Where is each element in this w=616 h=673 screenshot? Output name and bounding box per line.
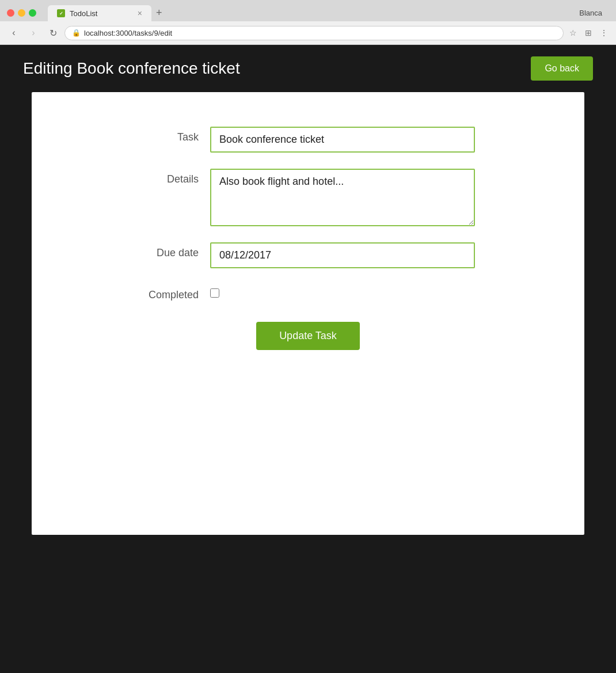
minimize-window-button[interactable]: [18, 9, 25, 17]
title-bar: ✓ TodoList × + Blanca: [0, 0, 616, 21]
address-bar[interactable]: 🔒 localhost:3000/tasks/9/edit: [64, 26, 564, 40]
form-container: Task Details Also book flight and hotel.…: [141, 127, 475, 350]
url-text: localhost:3000/tasks/9/edit: [84, 29, 556, 37]
completed-form-group: Completed: [141, 284, 475, 301]
active-tab[interactable]: ✓ TodoList ×: [48, 5, 151, 21]
task-input[interactable]: [210, 127, 475, 153]
details-textarea[interactable]: Also book flight and hotel...: [210, 169, 475, 226]
tab-close-icon[interactable]: ×: [138, 9, 142, 18]
back-button[interactable]: ‹: [6, 25, 22, 41]
tab-favicon-icon: ✓: [57, 9, 65, 17]
new-tab-button[interactable]: +: [151, 5, 167, 21]
main-content: Task Details Also book flight and hotel.…: [32, 92, 584, 535]
window-controls: [7, 9, 36, 17]
completed-checkbox[interactable]: [210, 288, 219, 298]
reload-button[interactable]: ↻: [45, 25, 61, 41]
bottom-space: [0, 535, 616, 674]
forward-button[interactable]: ›: [25, 25, 41, 41]
address-bar-row: ‹ › ↻ 🔒 localhost:3000/tasks/9/edit ☆ ⊞ …: [0, 21, 616, 44]
page-title: Editing Book conference ticket: [23, 59, 240, 78]
browser-chrome: ✓ TodoList × + Blanca ‹ › ↻ 🔒 localhost:…: [0, 0, 616, 45]
lock-icon: 🔒: [72, 29, 81, 37]
due-date-input[interactable]: [210, 242, 475, 268]
tab-title: TodoList: [70, 9, 97, 18]
due-date-label: Due date: [141, 242, 210, 259]
go-back-button[interactable]: Go back: [531, 56, 593, 81]
completed-label: Completed: [141, 284, 210, 301]
task-label: Task: [141, 127, 210, 143]
extensions-icon[interactable]: ⊞: [583, 26, 594, 40]
due-date-form-group: Due date: [141, 242, 475, 268]
details-label: Details: [141, 169, 210, 185]
user-name: Blanca: [572, 5, 609, 21]
app-header: Editing Book conference ticket Go back: [0, 45, 616, 92]
maximize-window-button[interactable]: [29, 9, 36, 17]
task-form-group: Task: [141, 127, 475, 153]
update-task-button[interactable]: Update Task: [256, 322, 360, 350]
bookmark-icon[interactable]: ☆: [567, 26, 579, 40]
browser-menu-icon[interactable]: ⋮: [598, 26, 610, 40]
details-form-group: Details Also book flight and hotel...: [141, 169, 475, 226]
tab-bar: ✓ TodoList × +: [48, 5, 572, 21]
close-window-button[interactable]: [7, 9, 14, 17]
